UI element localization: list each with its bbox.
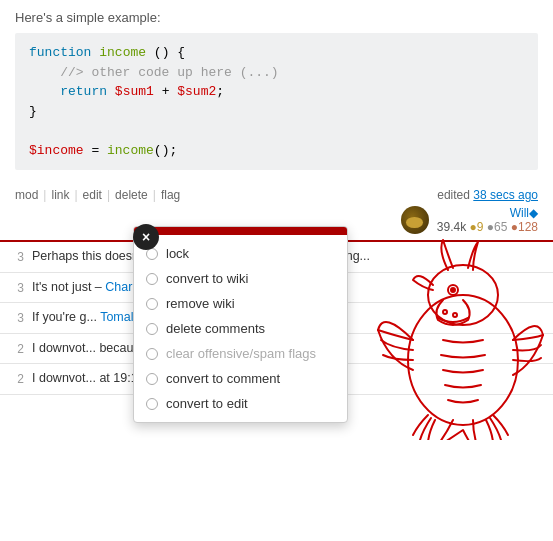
code-line-2: //> other code up here (...)	[29, 63, 524, 83]
svg-point-3	[451, 288, 455, 292]
dropdown-item-label: clear offensive/spam flags	[166, 346, 316, 361]
dropdown-item-label: convert to edit	[166, 396, 248, 411]
dropdown-menu: lock convert to wiki remove wiki delete …	[133, 226, 348, 423]
mod-link[interactable]: mod	[15, 188, 38, 202]
comment-vote: 3	[10, 309, 24, 325]
edit-info: edited 38 secs ago Will◆ 39.4k ●9 ●65 ●1…	[401, 188, 538, 234]
svg-point-4	[443, 310, 447, 314]
edited-time[interactable]: 38 secs ago	[473, 188, 538, 202]
code-description: Here's a simple example:	[15, 10, 538, 25]
dropdown-item-label: lock	[166, 246, 189, 261]
dropdown-item-label: convert to comment	[166, 371, 280, 386]
dropdown-item-label: delete comments	[166, 321, 265, 336]
dragon-image	[373, 230, 553, 440]
dropdown-item-convert-comment[interactable]: convert to comment	[134, 366, 347, 391]
radio-convert-wiki	[146, 273, 158, 285]
dropdown-body: lock convert to wiki remove wiki delete …	[134, 235, 347, 422]
dropdown-item-lock[interactable]: lock	[134, 241, 347, 266]
radio-clear-flags	[146, 348, 158, 360]
radio-convert-comment	[146, 373, 158, 385]
comment-vote: 2	[10, 370, 24, 386]
edit-link[interactable]: edit	[83, 188, 102, 202]
dropdown-header	[134, 227, 347, 235]
link-link[interactable]: link	[51, 188, 69, 202]
dragon-svg	[373, 230, 553, 440]
delete-link[interactable]: delete	[115, 188, 148, 202]
edited-label: edited	[437, 188, 470, 202]
dropdown-item-clear-flags: clear offensive/spam flags	[134, 341, 347, 366]
svg-point-0	[408, 295, 518, 425]
dropdown-item-label: remove wiki	[166, 296, 235, 311]
user-name[interactable]: Will	[510, 206, 529, 220]
code-line-6: $income = income();	[29, 141, 524, 161]
code-line-5	[29, 121, 524, 141]
code-line-1: function income () {	[29, 43, 524, 63]
edit-actions: mod | link | edit | delete | flag	[15, 188, 180, 202]
close-button[interactable]: ×	[133, 224, 159, 250]
radio-convert-edit	[146, 398, 158, 410]
dropdown-item-convert-wiki[interactable]: convert to wiki	[134, 266, 347, 291]
code-block: function income () { //> other code up h…	[15, 33, 538, 170]
comment-vote: 2	[10, 340, 24, 356]
comment-vote: 3	[10, 248, 24, 264]
code-line-3: return $sum1 + $sum2;	[29, 82, 524, 102]
code-line-4: }	[29, 102, 524, 122]
code-section: Here's a simple example: function income…	[0, 0, 553, 180]
radio-remove-wiki	[146, 298, 158, 310]
flag-link[interactable]: flag	[161, 188, 180, 202]
dropdown-item-delete-comments[interactable]: delete comments	[134, 316, 347, 341]
svg-point-5	[453, 313, 457, 317]
dropdown-item-remove-wiki[interactable]: remove wiki	[134, 291, 347, 316]
radio-delete-comments	[146, 323, 158, 335]
dropdown-item-label: convert to wiki	[166, 271, 248, 286]
comment-vote: 3	[10, 279, 24, 295]
mod-diamond: ◆	[529, 206, 538, 220]
dropdown-item-convert-edit[interactable]: convert to edit	[134, 391, 347, 416]
